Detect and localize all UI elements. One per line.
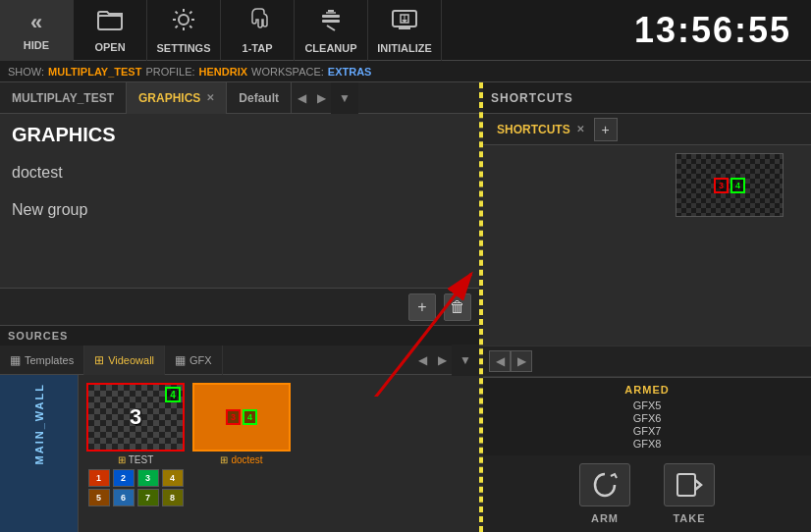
mini-tile-2[interactable]: 2: [113, 469, 135, 487]
tab-next-arrow[interactable]: ▶: [311, 82, 331, 114]
nav-arrows-row: ◀ ▶: [483, 346, 811, 377]
doctest-grid-icon: ⊞: [220, 454, 228, 465]
tab-default[interactable]: Default: [227, 82, 292, 114]
toolbar-initialize[interactable]: INITIALIZE: [368, 0, 442, 61]
tab-dropdown[interactable]: ▼: [331, 82, 358, 114]
hide-label: HIDE: [24, 39, 49, 51]
tab-multiplay[interactable]: MULTIPLAY_TEST: [0, 82, 127, 114]
gfx-label: GFX: [189, 354, 212, 366]
mini-tile-7[interactable]: 7: [137, 489, 159, 506]
armed-item-gfx6: GFX6: [491, 412, 803, 424]
tile-test-corner: 4: [165, 387, 181, 402]
tile-doctest[interactable]: 3 4 ⊞ doctest: [192, 383, 291, 506]
sources-tab-gfx[interactable]: ▦ GFX: [165, 346, 223, 375]
shortcuts-panel-label: SHORTCUTS: [491, 91, 573, 105]
toolbar: « HIDE OPEN SETTINGS 1-TAP CLEANUP INITI…: [0, 0, 811, 61]
sources-tabs-row: ▦ Templates ⊞ Videowall ▦ GFX ◀ ▶ ▼: [0, 346, 479, 375]
gfx-icon: ▦: [175, 353, 186, 367]
delete-button[interactable]: 🗑: [444, 293, 471, 321]
tile-doctest-label: ⊞ doctest: [220, 454, 262, 465]
mini-tile-6[interactable]: 6: [113, 489, 135, 506]
gfx-badges: 3 4: [226, 409, 257, 425]
svg-line-6: [327, 26, 335, 30]
mini-tiles-2: 5 6 7 8: [88, 489, 184, 506]
shortcuts-tabs-row: SHORTCUTS: [483, 82, 811, 114]
thumb-badge-red: 3: [714, 178, 729, 193]
videowall-icon: ⊞: [94, 353, 104, 367]
nav-right-arrow[interactable]: ▶: [511, 350, 532, 372]
show-value: MULTIPLAY_TEST: [48, 66, 141, 78]
tab-graphics[interactable]: GRAPHICS ✕: [127, 82, 227, 114]
shortcuts-tab-row2: SHORTCUTS ✕ +: [483, 114, 811, 145]
sources-next-arrow[interactable]: ▶: [432, 345, 452, 376]
tab-default-label: Default: [239, 91, 279, 105]
gfx-badge-green: 4: [243, 409, 257, 425]
open-label: OPEN: [94, 41, 125, 53]
mini-tile-4[interactable]: 4: [162, 469, 184, 487]
tile-test[interactable]: 3 4 ⊞ TEST 1 2 3 4: [86, 383, 185, 506]
templates-label: Templates: [25, 354, 74, 366]
add-button[interactable]: +: [408, 293, 436, 321]
svg-point-1: [179, 15, 189, 25]
shortcuts-content: 3 4: [483, 145, 811, 346]
toolbar-settings[interactable]: SETTINGS: [147, 0, 221, 61]
mini-tiles: 1 2 3 4: [88, 469, 184, 487]
sources-label: SOURCES: [0, 326, 479, 346]
tab-prev-arrow[interactable]: ◀: [292, 82, 311, 114]
tiles-area: MAIN_WALL 3 4 ⊞ TEST: [0, 375, 479, 532]
mini-tile-1[interactable]: 1: [88, 469, 110, 487]
armed-item-gfx7: GFX7: [491, 425, 803, 437]
arm-icon: [579, 463, 630, 506]
take-icon: [664, 463, 715, 506]
settings-label: SETTINGS: [156, 42, 210, 54]
mini-tile-8[interactable]: 8: [162, 489, 184, 506]
graphics-item-newgroup[interactable]: New group: [12, 197, 467, 223]
tab-graphics-close[interactable]: ✕: [206, 92, 214, 103]
shortcut-thumb[interactable]: 3 4: [676, 153, 784, 217]
graphics-item-doctest[interactable]: doctest: [12, 160, 467, 186]
profile-value: HENDRIX: [199, 66, 248, 78]
sources-dropdown[interactable]: ▼: [452, 345, 479, 376]
mini-tile-5[interactable]: 5: [88, 489, 110, 506]
sources-tab-templates[interactable]: ▦ Templates: [0, 346, 84, 375]
mini-tile-3[interactable]: 3: [137, 469, 159, 487]
status-bar: SHOW: MULTIPLAY_TEST PROFILE: HENDRIX WO…: [0, 61, 811, 82]
onetap-label: 1-TAP: [243, 42, 273, 54]
sidebar-label: MAIN_WALL: [33, 383, 45, 464]
profile-label: PROFILE:: [145, 66, 194, 78]
workspace-value: EXTRAS: [328, 66, 372, 78]
tab-graphics-label: GRAPHICS: [138, 91, 200, 105]
shortcuts-tab-close[interactable]: ✕: [576, 124, 584, 134]
toolbar-cleanup[interactable]: CLEANUP: [295, 0, 368, 61]
armed-item-gfx8: GFX8: [491, 438, 803, 450]
take-button[interactable]: TAKE: [655, 463, 724, 524]
tile-test-name: TEST: [129, 454, 154, 465]
left-panel: MULTIPLAY_TEST GRAPHICS ✕ Default ◀ ▶ ▼ …: [0, 82, 481, 532]
add-tab-button[interactable]: +: [594, 118, 618, 141]
sources-nav-arrows: ◀ ▶ ▼: [412, 345, 479, 376]
tile-test-number: 3: [130, 404, 141, 430]
initialize-icon: [391, 7, 418, 38]
toolbar-onetap[interactable]: 1-TAP: [221, 0, 295, 61]
svg-rect-3: [322, 20, 340, 23]
shortcuts-tab-label: SHORTCUTS: [497, 123, 570, 136]
sources-prev-arrow[interactable]: ◀: [412, 345, 432, 376]
tile-doctest-name: doctest: [231, 454, 262, 465]
templates-icon: ▦: [10, 353, 21, 367]
onetap-icon: [244, 7, 270, 38]
main-layout: MULTIPLAY_TEST GRAPHICS ✕ Default ◀ ▶ ▼ …: [0, 82, 811, 532]
toolbar-open[interactable]: OPEN: [74, 0, 147, 61]
arm-label: ARM: [591, 512, 619, 524]
armed-item-gfx5: GFX5: [491, 399, 803, 411]
graphics-content: GRAPHICS doctest New group: [0, 114, 479, 288]
arm-button[interactable]: ARM: [570, 463, 639, 524]
sources-tab-videowall[interactable]: ⊞ Videowall: [84, 346, 165, 375]
armed-items: GFX5 GFX6 GFX7 GFX8: [491, 399, 803, 450]
shortcuts-tab[interactable]: SHORTCUTS ✕: [487, 114, 594, 145]
gfx-badge-red: 3: [226, 409, 241, 425]
action-bar: + 🗑: [0, 288, 479, 325]
tabs-row: MULTIPLAY_TEST GRAPHICS ✕ Default ◀ ▶ ▼: [0, 82, 479, 114]
toolbar-hide[interactable]: « HIDE: [0, 0, 74, 61]
nav-left-arrow[interactable]: ◀: [489, 350, 511, 372]
armed-section: ARMED GFX5 GFX6 GFX7 GFX8: [483, 377, 811, 455]
